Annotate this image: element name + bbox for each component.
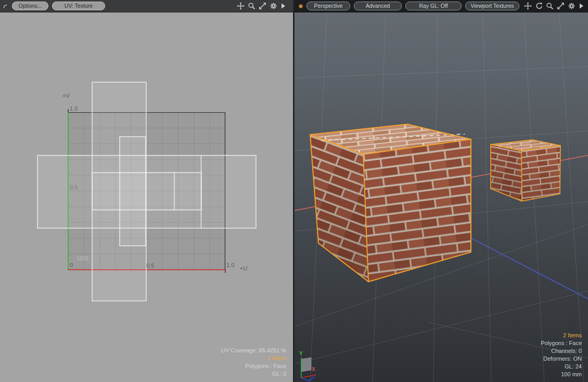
perspective-button[interactable]: Perspective: [306, 2, 350, 10]
uv-v-axis-label: +V: [62, 93, 70, 99]
uv-vmid-label: 0.5: [70, 184, 78, 190]
maximize-icon[interactable]: [557, 2, 565, 10]
uv-umid-label: 0.5: [146, 262, 154, 269]
uv-vmax-label: 1.0: [70, 106, 78, 112]
uv-toolbar: Options... UV: Texture: [0, 0, 293, 12]
viewport-textures-button[interactable]: Viewport Textures: [465, 2, 519, 10]
viewport-status-readout: 2 Items Polygons : Face Channels: 0 Defo…: [541, 332, 582, 378]
uv-gl-text: GL: 0: [221, 370, 286, 378]
gear-icon[interactable]: [270, 2, 277, 10]
large-brick-cube[interactable]: [310, 124, 471, 282]
small-brick-cube[interactable]: [491, 140, 560, 201]
uv-coverage-text: UV Coverage: 65.4251 %: [221, 347, 286, 354]
advanced-button[interactable]: Advanced: [354, 2, 402, 10]
ray-gl-button[interactable]: Ray GL: Off: [405, 2, 462, 10]
magnify-icon[interactable]: [248, 2, 255, 10]
magnify-icon[interactable]: [546, 2, 554, 10]
uv-polygons-text: Polygons : Face: [221, 362, 286, 370]
uv-toolbar-icons: [237, 2, 286, 10]
large-cube-right-shade: [363, 139, 471, 282]
view-polygons-text: Polygons : Face: [541, 339, 582, 347]
application-window: +V 1.0 0.5 1001 0 0.5 1.0 +U Options... …: [0, 0, 588, 382]
uv-items-text: 2 Items: [221, 354, 286, 362]
uv-editor-panel: +V 1.0 0.5 1001 0 0.5 1.0 +U Options... …: [0, 0, 293, 382]
viewport-3d-panel: Y X Perspective Advanced Ray GL: Off Vie…: [295, 0, 588, 382]
options-button[interactable]: Options...: [12, 2, 48, 10]
gear-icon[interactable]: [568, 2, 576, 10]
more-icon[interactable]: [280, 3, 286, 9]
gizmo-plane: [301, 358, 311, 372]
maximize-icon[interactable]: [259, 2, 266, 10]
uv-udim-label: 1001: [76, 255, 89, 261]
rotate-icon[interactable]: [535, 2, 543, 10]
uv-island-small-band[interactable]: [92, 173, 201, 210]
view-grid-size-text: 100 mm: [541, 371, 582, 378]
uv-umax-label: 1.0: [226, 262, 234, 268]
viewport-mode-dot-icon[interactable]: [298, 4, 303, 9]
uv-u-axis-label: +U: [240, 265, 247, 271]
view-channels-text: Channels: 0: [541, 347, 582, 355]
uv-status-readout: UV Coverage: 65.4251 % 2 Items Polygons …: [221, 347, 286, 378]
view-gl-text: GL: 24: [541, 363, 582, 371]
more-icon[interactable]: [579, 3, 584, 9]
view-deformers-text: Deformers: ON: [541, 355, 582, 363]
viewport-toolbar: Perspective Advanced Ray GL: Off Viewpor…: [295, 0, 588, 12]
uv-origin-label: 0: [70, 262, 73, 268]
panel-corner-icon[interactable]: [3, 3, 9, 9]
gizmo-x-label: X: [312, 366, 315, 372]
gizmo-y-label: Y: [299, 351, 303, 357]
view-items-text: 2 Items: [541, 332, 582, 339]
move-icon[interactable]: [524, 2, 532, 10]
move-icon[interactable]: [237, 2, 245, 10]
uv-canvas[interactable]: +V 1.0 0.5 1001 0 0.5 1.0 +U: [0, 0, 293, 382]
viewport-canvas[interactable]: Y X: [295, 0, 588, 382]
small-cube-right-shade: [521, 146, 560, 201]
uv-texture-button[interactable]: UV: Texture: [52, 2, 105, 10]
small-cube-left-shade: [491, 144, 522, 201]
viewport-toolbar-icons: [524, 2, 584, 10]
axis-gizmo: Y X: [299, 351, 316, 381]
